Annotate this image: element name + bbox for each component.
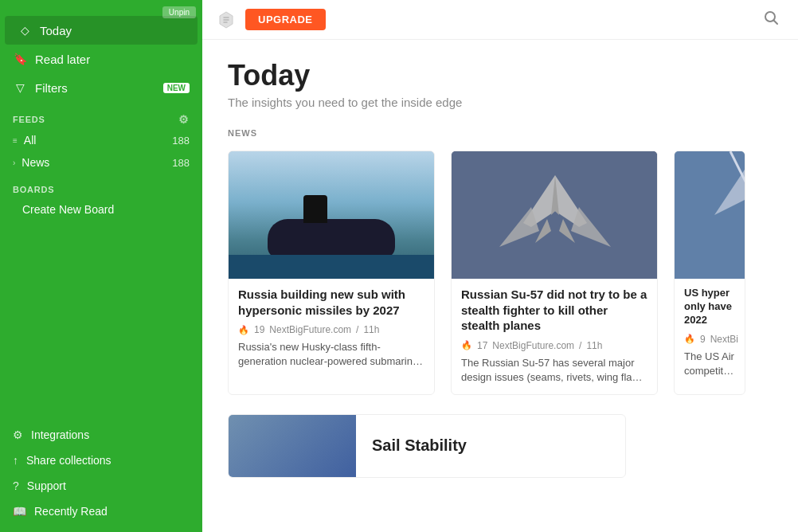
feed-all-count: 188 <box>172 135 190 147</box>
fire-icon-1: 🔥 <box>238 325 249 335</box>
bottom-section: Sail Stability <box>228 414 773 478</box>
main-content: UPGRADE Today The insights you need to g… <box>202 0 798 532</box>
us-hyper-image <box>675 151 745 279</box>
news-card-2[interactable]: Russian Su-57 did not try to be a stealt… <box>451 151 658 395</box>
submarine-water <box>229 255 434 279</box>
card-time-1: 11h <box>363 324 379 335</box>
support-icon: ? <box>13 479 19 492</box>
card-image-3 <box>675 151 745 279</box>
card-title-3: US hyper only have 2022 <box>684 287 735 327</box>
sidebar-item-share-collections[interactable]: ↑ Share collections <box>0 448 202 473</box>
svg-line-1 <box>774 21 778 25</box>
boards-section: Create New Board <box>0 198 202 221</box>
news-card-3[interactable]: US hyper only have 2022 🔥 9 NextBi The U… <box>674 151 745 395</box>
card-image-1 <box>229 151 434 279</box>
page-subtitle: The insights you need to get the inside … <box>228 96 773 109</box>
content-area: Today The insights you need to get the i… <box>202 40 798 497</box>
card-desc-3: The US Air competitive prototypes <box>684 350 735 378</box>
card-source-2: NextBigFuture.com <box>492 340 574 351</box>
submarine-sail <box>303 195 327 223</box>
create-new-board-button[interactable]: Create New Board <box>0 198 202 221</box>
card-title-2: Russian Su-57 did not try to be a stealt… <box>461 287 647 334</box>
card-body-2: Russian Su-57 did not try to be a stealt… <box>452 279 657 394</box>
fighter-image <box>452 151 657 279</box>
sidebar: Unpin ◇ Today 🔖 Read later ▽ Filters NEW… <box>0 0 202 532</box>
submarine-body <box>268 219 395 259</box>
recently-read-icon: 📖 <box>13 505 26 518</box>
card-meta-2: 🔥 17 NextBigFuture.com / 11h <box>461 340 647 351</box>
share-collections-label: Share collections <box>26 454 111 467</box>
feed-news-label: News <box>22 156 49 169</box>
filter-icon: ▽ <box>13 80 27 95</box>
search-button[interactable] <box>757 6 785 33</box>
sidebar-item-support[interactable]: ? Support <box>0 473 202 499</box>
page-title: Today <box>228 59 773 92</box>
sidebar-top-nav: ◇ Today 🔖 Read later ▽ Filters NEW <box>0 8 202 102</box>
card-count-1: 19 <box>254 324 264 335</box>
fighter-jet-svg <box>452 151 657 279</box>
feeds-section-label: FEEDS ⚙ <box>0 102 202 129</box>
submarine-image <box>229 151 434 279</box>
sidebar-item-filters-label: Filters <box>35 81 68 95</box>
news-section-header: NEWS <box>228 128 773 138</box>
expand-icon-news: › <box>13 158 15 167</box>
card-body-1: Russia building new sub with hypersonic … <box>229 279 434 378</box>
fire-icon-3: 🔥 <box>684 334 695 344</box>
feedly-logo <box>215 9 237 31</box>
card-count-2: 17 <box>477 340 487 351</box>
news-cards-row: Russia building new sub with hypersonic … <box>228 151 773 395</box>
share-icon: ↑ <box>13 454 18 467</box>
top-bar-right <box>757 6 785 33</box>
card-source-3: NextBi <box>710 334 738 345</box>
card-count-3: 9 <box>700 334 706 345</box>
card-body-3: US hyper only have 2022 🔥 9 NextBi The U… <box>675 279 745 388</box>
sidebar-item-read-later-label: Read later <box>35 53 90 66</box>
sail-stability-text: Sail Stability <box>356 424 483 467</box>
upgrade-button[interactable]: UPGRADE <box>245 9 326 30</box>
card-source-1: NextBigFuture.com <box>269 324 351 335</box>
top-bar: UPGRADE <box>202 0 798 40</box>
sidebar-bottom: ⚙ Integrations ↑ Share collections ? Sup… <box>0 422 202 532</box>
feed-all-label: All <box>24 134 37 147</box>
fire-icon-2: 🔥 <box>461 340 472 350</box>
sail-stability-card[interactable]: Sail Stability <box>228 414 626 478</box>
card-meta-3: 🔥 9 NextBi <box>684 334 735 345</box>
sidebar-item-integrations[interactable]: ⚙ Integrations <box>0 422 202 448</box>
us-hyper-svg <box>675 151 745 279</box>
news-card-1[interactable]: Russia building new sub with hypersonic … <box>228 151 435 395</box>
recently-read-label: Recently Read <box>34 505 108 518</box>
feed-item-all[interactable]: ≡ All 188 <box>0 129 202 151</box>
card-desc-2: The Russian Su-57 has several major desi… <box>461 356 647 385</box>
card-time-2: 11h <box>586 340 602 351</box>
bookmark-icon: 🔖 <box>13 52 27 66</box>
card-desc-1: Russia's new Husky-class fifth-generatio… <box>238 340 424 369</box>
card-meta-1: 🔥 19 NextBigFuture.com / 11h <box>238 324 424 335</box>
card-title-1: Russia building new sub with hypersonic … <box>238 287 424 318</box>
sidebar-item-filters[interactable]: ▽ Filters NEW <box>0 73 202 102</box>
sidebar-item-today-label: Today <box>40 24 72 37</box>
today-icon: ◇ <box>18 23 32 37</box>
feed-item-news[interactable]: › News 188 <box>0 151 202 174</box>
feeds-gear-icon[interactable]: ⚙ <box>178 113 190 126</box>
filters-new-badge: NEW <box>163 83 190 93</box>
sail-stability-title: Sail Stability <box>372 436 467 455</box>
sidebar-item-today[interactable]: ◇ Today <box>5 16 198 45</box>
sidebar-item-recently-read[interactable]: 📖 Recently Read <box>0 499 202 524</box>
support-label: Support <box>27 479 66 492</box>
feed-news-count: 188 <box>172 157 190 169</box>
card-image-2 <box>452 151 657 279</box>
svg-rect-9 <box>675 151 745 279</box>
sail-stability-image <box>229 414 356 478</box>
sidebar-item-read-later[interactable]: 🔖 Read later <box>0 45 202 73</box>
integrations-label: Integrations <box>31 428 89 441</box>
integrations-icon: ⚙ <box>13 428 23 441</box>
svg-rect-2 <box>452 151 657 279</box>
expand-icon-all: ≡ <box>13 136 18 145</box>
unpin-button[interactable]: Unpin <box>162 6 196 18</box>
boards-section-label: BOARDS <box>0 174 202 198</box>
